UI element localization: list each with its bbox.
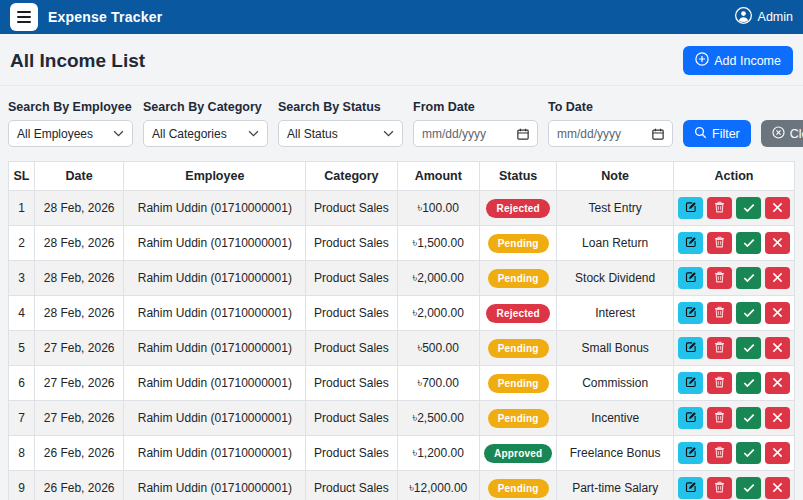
cell-action: [674, 366, 795, 401]
reject-button[interactable]: [765, 197, 790, 219]
income-table-section: SL Date Employee Category Amount Status …: [0, 161, 803, 500]
table-row: 8 26 Feb, 2026 Rahim Uddin (01710000001)…: [9, 436, 795, 471]
delete-button[interactable]: [707, 407, 732, 429]
approve-button[interactable]: [736, 477, 761, 499]
cell-amount: ৳2,500.00: [397, 401, 480, 436]
cell-employee: Rahim Uddin (01710000001): [124, 191, 306, 226]
user-name: Admin: [758, 10, 793, 24]
cell-sl: 5: [9, 331, 35, 366]
delete-button[interactable]: [707, 302, 732, 324]
employee-filter-select[interactable]: All Employees: [8, 120, 133, 147]
cell-category: Product Sales: [306, 226, 397, 261]
edit-button[interactable]: [678, 442, 703, 464]
edit-button[interactable]: [678, 477, 703, 499]
add-income-button[interactable]: Add Income: [683, 46, 793, 75]
edit-pencil-icon: [685, 201, 697, 216]
approve-button[interactable]: [736, 232, 761, 254]
reject-button[interactable]: [765, 232, 790, 254]
x-icon: [772, 376, 783, 391]
edit-button[interactable]: [678, 232, 703, 254]
approve-button[interactable]: [736, 407, 761, 429]
cell-date: 28 Feb, 2026: [34, 296, 123, 331]
edit-button[interactable]: [678, 267, 703, 289]
table-row: 1 28 Feb, 2026 Rahim Uddin (01710000001)…: [9, 191, 795, 226]
cell-action: [674, 296, 795, 331]
menu-toggle-button[interactable]: [10, 3, 38, 31]
x-icon: [772, 481, 783, 496]
cell-sl: 2: [9, 226, 35, 261]
cell-status: Pending: [480, 366, 557, 401]
check-icon: [743, 201, 755, 216]
reject-button[interactable]: [765, 302, 790, 324]
filter-button[interactable]: Filter: [683, 120, 751, 147]
approve-button[interactable]: [736, 197, 761, 219]
reject-button[interactable]: [765, 337, 790, 359]
cell-employee: Rahim Uddin (01710000001): [124, 436, 306, 471]
category-filter-select[interactable]: All Categories: [143, 120, 268, 147]
check-icon: [743, 446, 755, 461]
app-brand: Expense Tracker: [48, 9, 162, 25]
cell-employee: Rahim Uddin (01710000001): [124, 401, 306, 436]
status-badge: Pending: [488, 479, 549, 498]
col-header-amount: Amount: [397, 162, 480, 191]
edit-pencil-icon: [685, 306, 697, 321]
cell-action: [674, 436, 795, 471]
cell-employee: Rahim Uddin (01710000001): [124, 226, 306, 261]
cell-note: Stock Dividend: [557, 261, 674, 296]
cell-category: Product Sales: [306, 296, 397, 331]
cell-status: Pending: [480, 471, 557, 500]
delete-button[interactable]: [707, 337, 732, 359]
calendar-icon[interactable]: [652, 128, 664, 140]
status-badge: Pending: [488, 234, 549, 253]
delete-button[interactable]: [707, 372, 732, 394]
page-header: All Income List Add Income: [0, 34, 803, 86]
status-filter-select[interactable]: All Status: [278, 120, 403, 147]
delete-button[interactable]: [707, 442, 732, 464]
approve-button[interactable]: [736, 337, 761, 359]
cell-sl: 8: [9, 436, 35, 471]
approve-button[interactable]: [736, 442, 761, 464]
cell-action: [674, 261, 795, 296]
table-row: 4 28 Feb, 2026 Rahim Uddin (01710000001)…: [9, 296, 795, 331]
edit-button[interactable]: [678, 337, 703, 359]
check-icon: [743, 481, 755, 496]
edit-button[interactable]: [678, 197, 703, 219]
reject-button[interactable]: [765, 372, 790, 394]
col-header-category: Category: [306, 162, 397, 191]
edit-button[interactable]: [678, 407, 703, 429]
reject-button[interactable]: [765, 477, 790, 499]
trash-icon: [714, 446, 725, 461]
approve-button[interactable]: [736, 372, 761, 394]
delete-button[interactable]: [707, 232, 732, 254]
approve-button[interactable]: [736, 267, 761, 289]
calendar-icon[interactable]: [517, 128, 529, 140]
delete-button[interactable]: [707, 477, 732, 499]
cell-date: 28 Feb, 2026: [34, 226, 123, 261]
to-date-input[interactable]: mm/dd/yyyy: [548, 120, 673, 147]
trash-icon: [714, 341, 725, 356]
cell-sl: 9: [9, 471, 35, 500]
cell-status: Pending: [480, 226, 557, 261]
check-icon: [743, 236, 755, 251]
cell-action: [674, 191, 795, 226]
edit-button[interactable]: [678, 372, 703, 394]
cell-note: Commission: [557, 366, 674, 401]
from-date-input[interactable]: mm/dd/yyyy: [413, 120, 538, 147]
delete-button[interactable]: [707, 267, 732, 289]
clear-button[interactable]: Clear: [761, 120, 803, 147]
reject-button[interactable]: [765, 442, 790, 464]
approve-button[interactable]: [736, 302, 761, 324]
cell-employee: Rahim Uddin (01710000001): [124, 366, 306, 401]
cell-note: Small Bonus: [557, 331, 674, 366]
cell-action: [674, 226, 795, 261]
status-badge: Rejected: [486, 304, 549, 323]
user-menu[interactable]: Admin: [735, 7, 793, 27]
edit-button[interactable]: [678, 302, 703, 324]
reject-button[interactable]: [765, 407, 790, 429]
status-badge: Pending: [488, 409, 549, 428]
reject-button[interactable]: [765, 267, 790, 289]
cell-note: Loan Return: [557, 226, 674, 261]
edit-pencil-icon: [685, 481, 697, 496]
delete-button[interactable]: [707, 197, 732, 219]
table-row: 9 26 Feb, 2026 Rahim Uddin (01710000001)…: [9, 471, 795, 500]
